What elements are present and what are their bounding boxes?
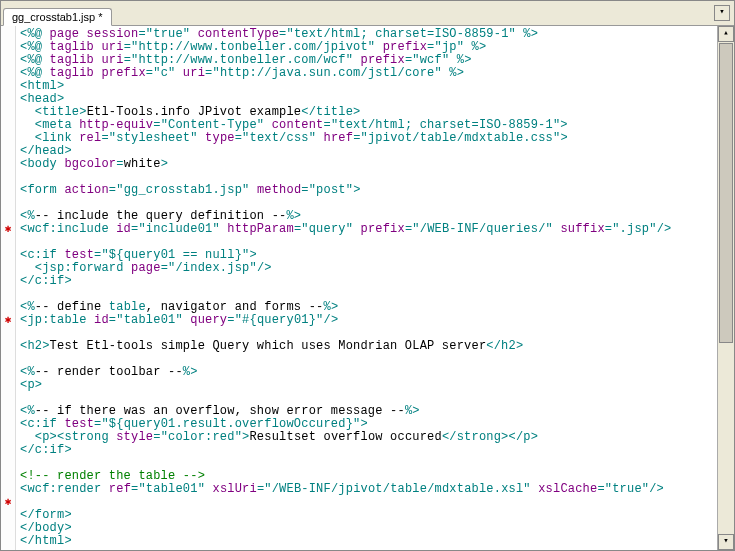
file-tab[interactable]: gg_crosstab1.jsp *: [3, 8, 112, 26]
vertical-scrollbar[interactable]: ▴ ▾: [717, 26, 734, 550]
scroll-thumb[interactable]: [719, 43, 733, 343]
error-marker-icon: ✱: [2, 314, 14, 326]
error-marker-icon: ✱: [2, 223, 14, 235]
gutter: ✱✱✱: [1, 26, 16, 550]
tab-bar: gg_crosstab1.jsp * ▾: [1, 1, 734, 26]
editor-area: ✱✱✱ <%@ page session="true" contentType=…: [1, 26, 734, 550]
tab-menu-button[interactable]: ▾: [714, 5, 730, 21]
code-view[interactable]: <%@ page session="true" contentType="tex…: [16, 26, 717, 550]
error-marker-icon: ✱: [2, 496, 14, 508]
scroll-up-button[interactable]: ▴: [718, 26, 734, 42]
scroll-down-button[interactable]: ▾: [718, 534, 734, 550]
editor-window: gg_crosstab1.jsp * ▾ ✱✱✱ <%@ page sessio…: [0, 0, 735, 551]
